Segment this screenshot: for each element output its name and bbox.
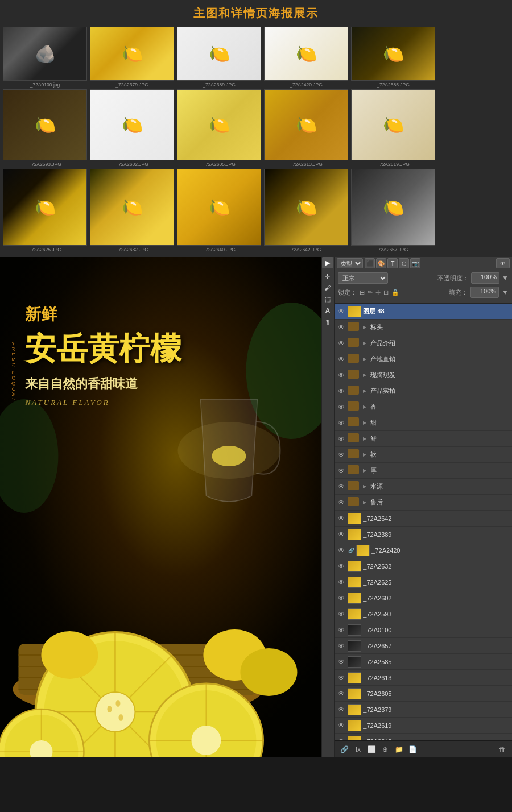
layer-eye-3[interactable]: 👁 (337, 355, 346, 364)
filter-shape-icon[interactable]: ⬡ (399, 258, 409, 268)
layer-item-23[interactable]: 👁_72A2613 (335, 670, 512, 686)
layer-arrow-5[interactable]: ▶ (363, 388, 369, 393)
layer-eye-13[interactable]: 👁 (337, 514, 346, 523)
lock-all-icon[interactable]: 🔒 (391, 289, 399, 296)
new-layer-icon[interactable]: 📄 (407, 744, 418, 755)
layer-item-5[interactable]: 👁▶产品实拍 (335, 383, 512, 399)
layer-arrow-8[interactable]: ▶ (363, 436, 369, 441)
layer-eye-17[interactable]: 👁 (337, 578, 346, 587)
layer-arrow-12[interactable]: ▶ (363, 500, 369, 505)
layer-arrow-10[interactable]: ▶ (363, 468, 369, 473)
lock-pos-icon[interactable]: ⊞ (360, 289, 365, 296)
gallery-item-1-0[interactable]: 🍋_72A2593.JPG (3, 89, 87, 167)
layer-eye-1[interactable]: 👁 (337, 323, 346, 332)
tool-text[interactable]: A (322, 305, 333, 316)
layer-eye-14[interactable]: 👁 (337, 530, 346, 539)
tool-move[interactable]: ✛ (322, 271, 333, 282)
layer-eye-4[interactable]: 👁 (337, 371, 346, 380)
layer-item-25[interactable]: 👁_72A2379 (335, 702, 512, 718)
fill-value[interactable]: 100% (470, 287, 499, 298)
layer-eye-19[interactable]: 👁 (337, 610, 346, 619)
layer-item-12[interactable]: 👁▶售后 (335, 495, 512, 511)
layer-item-15[interactable]: 👁🔗_72A2420 (335, 542, 512, 558)
layer-link-15[interactable]: 🔗 (348, 547, 354, 554)
layer-item-20[interactable]: 👁_72A0100 (335, 622, 512, 638)
layer-eye-11[interactable]: 👁 (337, 482, 346, 491)
layer-arrow-4[interactable]: ▶ (363, 372, 369, 378)
layer-type-select[interactable]: 类型 (337, 258, 363, 268)
layer-item-26[interactable]: 👁_72A2619 (335, 718, 512, 734)
layer-item-6[interactable]: 👁▶香 (335, 399, 512, 415)
layer-item-0[interactable]: 👁图层 48 (335, 304, 512, 320)
gallery-item-0-0[interactable]: 🪨_72A0100.jpg (3, 27, 87, 88)
gallery-item-2-0[interactable]: 🍋_72A2625.JPG (3, 169, 87, 252)
lock-draw-icon[interactable]: ✏ (368, 289, 373, 296)
layer-eye-24[interactable]: 👁 (337, 689, 346, 698)
add-adjustment-icon[interactable]: ⊕ (380, 744, 390, 755)
layer-eye-18[interactable]: 👁 (337, 594, 346, 603)
layer-item-14[interactable]: 👁_72A2389 (335, 527, 512, 542)
layer-eye-20[interactable]: 👁 (337, 625, 346, 635)
layer-arrow-11[interactable]: ▶ (363, 484, 369, 489)
layer-item-2[interactable]: 👁▶产品介绍 (335, 335, 512, 351)
gallery-item-2-2[interactable]: 🍋_72A2640.JPG (177, 169, 261, 252)
gallery-item-2-4[interactable]: 🍋72A2657.JPG (351, 169, 435, 252)
fill-dropdown[interactable]: ▼ (502, 288, 509, 296)
tool-play[interactable]: ▶ (322, 257, 333, 268)
canvas-area[interactable]: FRESH LOQUAT 新鲜 安岳黄柠檬 来自自然的香甜味道 NATURAL … (0, 257, 321, 757)
layer-eye-5[interactable]: 👁 (337, 387, 346, 396)
layer-item-7[interactable]: 👁▶甜 (335, 415, 512, 431)
filter-pixel-icon[interactable]: ⬛ (365, 258, 375, 268)
layer-visibility-toggle[interactable]: 👁 (496, 258, 510, 268)
new-group-icon[interactable]: 📁 (394, 744, 404, 755)
layer-arrow-9[interactable]: ▶ (363, 452, 369, 457)
layer-eye-26[interactable]: 👁 (337, 721, 346, 730)
link-layers-icon[interactable]: 🔗 (339, 744, 349, 755)
layer-eye-22[interactable]: 👁 (337, 657, 346, 666)
tool-brush[interactable]: 🖌 (322, 282, 333, 293)
gallery-item-0-1[interactable]: 🍋_72A2379.JPG (90, 27, 174, 88)
layer-eye-2[interactable]: 👁 (337, 339, 346, 348)
layer-item-27[interactable]: 👁_72A2640 (335, 734, 512, 740)
layer-item-8[interactable]: 👁▶鲜 (335, 431, 512, 447)
filter-text-icon[interactable]: T (387, 258, 398, 268)
layer-eye-6[interactable]: 👁 (337, 403, 346, 412)
layer-arrow-2[interactable]: ▶ (363, 341, 369, 346)
gallery-item-2-1[interactable]: 🍋_72A2632.JPG (90, 169, 174, 252)
layer-eye-23[interactable]: 👁 (337, 673, 346, 682)
layers-list[interactable]: 👁图层 48👁▶标头👁▶产品介绍👁▶产地直销👁▶现摘现发👁▶产品实拍👁▶香👁▶甜… (335, 304, 512, 740)
layer-eye-10[interactable]: 👁 (337, 466, 346, 475)
gallery-item-1-3[interactable]: 🍋_72A2613.JPG (264, 89, 348, 167)
gallery-item-1-1[interactable]: 🍋_72A2602.JPG (90, 89, 174, 167)
gallery-item-0-4[interactable]: 🍋_72A2585.JPG (351, 27, 435, 88)
layer-item-11[interactable]: 👁▶水源 (335, 479, 512, 495)
layer-arrow-7[interactable]: ▶ (363, 420, 369, 425)
layer-eye-27[interactable]: 👁 (337, 737, 346, 741)
layer-item-16[interactable]: 👁_72A2632 (335, 558, 512, 574)
layer-arrow-6[interactable]: ▶ (363, 404, 369, 409)
layer-item-13[interactable]: 👁_72A2642 (335, 511, 512, 527)
tool-select[interactable]: ⬚ (322, 293, 333, 305)
gallery-item-1-2[interactable]: 🍋_72A2605.JPG (177, 89, 261, 167)
layer-arrow-3[interactable]: ▶ (363, 357, 369, 362)
layer-eye-7[interactable]: 👁 (337, 419, 346, 428)
layer-item-1[interactable]: 👁▶标头 (335, 320, 512, 335)
layer-item-10[interactable]: 👁▶厚 (335, 463, 512, 479)
tool-paragraph[interactable]: ¶ (322, 316, 333, 328)
layer-item-19[interactable]: 👁_72A2593 (335, 606, 512, 622)
layer-item-3[interactable]: 👁▶产地直销 (335, 351, 512, 367)
layer-eye-15[interactable]: 👁 (337, 546, 346, 555)
layer-item-17[interactable]: 👁_72A2625 (335, 574, 512, 590)
add-mask-icon[interactable]: ⬜ (366, 744, 377, 755)
layer-eye-16[interactable]: 👁 (337, 562, 346, 571)
layer-item-21[interactable]: 👁_72A2657 (335, 638, 512, 654)
filter-smart-icon[interactable]: 📷 (410, 258, 420, 268)
gallery-item-0-2[interactable]: 🍋_72A2389.JPG (177, 27, 261, 88)
layer-eye-0[interactable]: 👁 (337, 307, 346, 316)
lock-move-icon[interactable]: ✛ (375, 289, 381, 296)
add-style-icon[interactable]: fx (353, 744, 363, 755)
opacity-dropdown[interactable]: ▼ (502, 274, 509, 282)
layer-eye-9[interactable]: 👁 (337, 450, 346, 459)
layer-item-4[interactable]: 👁▶现摘现发 (335, 367, 512, 383)
lock-artboard-icon[interactable]: ⊡ (383, 289, 389, 296)
